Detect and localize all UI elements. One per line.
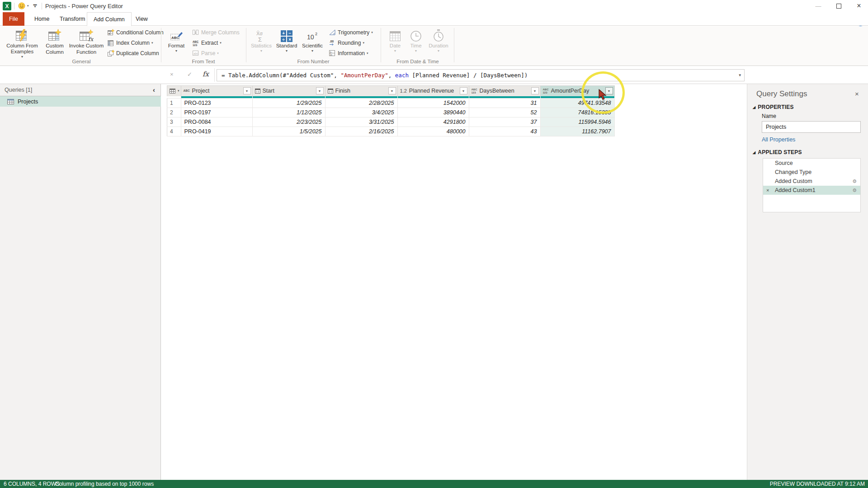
dropdown-caret-icon: ▼ <box>394 49 397 53</box>
format-button[interactable]: ABC Format ▼ <box>165 27 188 59</box>
cell-finish[interactable]: 3/4/2025 <box>325 108 397 117</box>
step-added-custom1[interactable]: × Added Custom1 ⚙ <box>763 186 860 195</box>
svg-text:ABC: ABC <box>193 40 199 43</box>
filter-dropdown-button[interactable]: ▼ <box>605 87 613 94</box>
cell-start[interactable]: 2/23/2025 <box>252 117 325 127</box>
filter-dropdown-button[interactable]: ▼ <box>243 87 251 94</box>
column-header-daysbetween[interactable]: ABC123 DaysBetween ▼ <box>469 86 540 96</box>
column-header-start[interactable]: Start ▼ <box>252 86 325 96</box>
step-label: Added Custom1 <box>775 187 816 193</box>
extract-button[interactable]: ABC 123 Extract ▾ <box>192 38 222 47</box>
cell-planned-revenue[interactable]: 4291800 <box>397 117 469 127</box>
cell-project[interactable]: PRO-0197 <box>181 108 252 117</box>
duration-label: Duration <box>429 43 448 49</box>
column-header-amountperday[interactable]: ABC123 AmountPerDay ▼ <box>540 86 614 96</box>
tab-home[interactable]: Home <box>28 12 56 26</box>
column-header-project[interactable]: ABC Project ▼ <box>181 86 252 96</box>
filter-dropdown-button[interactable]: ▼ <box>316 87 324 94</box>
svg-text:123: 123 <box>193 44 198 47</box>
trigonometry-button[interactable]: Trigonometry ▾ <box>328 28 373 37</box>
dropdown-caret-icon: ▾ <box>363 41 364 45</box>
cell-start[interactable]: 1/5/2025 <box>252 127 325 136</box>
minimize-button[interactable]: — <box>811 1 825 10</box>
smiley-dropdown-caret[interactable]: ▾ <box>27 4 29 8</box>
conditional-column-button[interactable]: ≠ Conditional Column <box>107 28 164 37</box>
information-button[interactable]: 1− 3+ Information ▾ <box>328 48 368 58</box>
cell-finish[interactable]: 2/16/2025 <box>325 127 397 136</box>
step-delete-icon[interactable]: × <box>766 188 769 193</box>
cell-start[interactable]: 1/29/2025 <box>252 99 325 108</box>
formula-expand-caret[interactable]: ▼ <box>739 70 741 81</box>
close-query-settings-button[interactable]: × <box>855 90 859 98</box>
standard-button[interactable]: + − ÷ × Standard ▼ <box>275 27 298 59</box>
group-separator <box>161 28 161 62</box>
filter-dropdown-button[interactable]: ▼ <box>531 87 539 94</box>
all-properties-link[interactable]: All Properties <box>762 136 795 143</box>
step-source[interactable]: Source <box>763 159 860 168</box>
rounding-button[interactable]: .00 Rounding ▾ <box>328 38 364 47</box>
select-all-corner[interactable]: ▾ <box>167 86 181 96</box>
dropdown-caret-icon: ▼ <box>437 49 440 53</box>
step-changed-type[interactable]: Changed Type <box>763 168 860 177</box>
feedback-smiley-icon[interactable] <box>18 2 25 9</box>
information-label: Information <box>338 50 365 56</box>
row-number[interactable]: 2 <box>167 108 181 117</box>
invoke-custom-function-button[interactable]: fx Invoke Custom Function <box>69 27 104 59</box>
cell-planned-revenue[interactable]: 3890440 <box>397 108 469 117</box>
formula-text: , <box>388 72 395 79</box>
row-number[interactable]: 1 <box>167 99 181 108</box>
scientific-button[interactable]: 10 2 Scientific ▼ <box>300 27 325 59</box>
any-type-icon: ABC123 <box>472 88 477 94</box>
tab-transform[interactable]: Transform <box>53 12 92 26</box>
tab-view[interactable]: View <box>129 12 154 26</box>
step-settings-gear-icon[interactable]: ⚙ <box>852 188 857 193</box>
cell-finish[interactable]: 3/31/2025 <box>325 117 397 127</box>
filter-dropdown-button[interactable]: ▼ <box>460 87 467 94</box>
statistics-label: Statistics <box>251 43 272 49</box>
applied-steps-label: APPLIED STEPS <box>758 149 802 155</box>
tab-add-column[interactable]: Add Column <box>87 12 132 26</box>
tab-file[interactable]: File <box>3 12 24 26</box>
column-header-finish[interactable]: Finish ▼ <box>325 86 397 96</box>
row-number[interactable]: 3 <box>167 117 181 127</box>
cell-amountperday[interactable]: 11162.7907 <box>540 127 614 136</box>
step-added-custom[interactable]: Added Custom ⚙ <box>763 177 860 186</box>
custom-column-button[interactable]: Custom Column <box>42 27 68 59</box>
applied-steps-section-header[interactable]: ◢ APPLIED STEPS <box>753 149 802 155</box>
column-header-planned-revenue[interactable]: 1.2 Planned Revenue ▼ <box>397 86 469 96</box>
collapse-queries-pane-button[interactable]: ‹ <box>153 86 155 94</box>
query-settings-title: Query Settings <box>756 89 807 99</box>
cell-project[interactable]: PRO-0123 <box>181 99 252 108</box>
cell-daysbetween[interactable]: 43 <box>469 127 540 136</box>
filter-dropdown-button[interactable]: ▼ <box>388 87 396 94</box>
maximize-button[interactable] <box>832 1 845 10</box>
cell-amountperday[interactable]: 49741.93548 <box>540 99 614 108</box>
properties-section-header[interactable]: ◢ PROPERTIES <box>753 104 794 110</box>
query-name-input[interactable] <box>762 121 861 133</box>
index-column-button[interactable]: 123 Index Column ▾ <box>107 38 153 47</box>
cell-daysbetween[interactable]: 31 <box>469 99 540 108</box>
column-from-examples-button[interactable]: Column From Examples ▼ <box>5 27 40 59</box>
cell-project[interactable]: PRO-0084 <box>181 117 252 127</box>
duplicate-column-button[interactable]: Duplicate Column <box>107 48 159 58</box>
cell-planned-revenue[interactable]: 480000 <box>397 127 469 136</box>
query-item-projects[interactable]: Projects <box>0 96 161 107</box>
cell-project[interactable]: PRO-0419 <box>181 127 252 136</box>
step-settings-gear-icon[interactable]: ⚙ <box>852 178 857 184</box>
close-button[interactable]: × <box>852 1 866 10</box>
formula-accept-button[interactable]: ✓ <box>187 71 192 78</box>
cell-planned-revenue[interactable]: 1542000 <box>397 99 469 108</box>
group-label-general: General <box>4 59 159 64</box>
formula-cancel-button[interactable]: × <box>170 71 174 78</box>
trigonometry-label: Trigonometry <box>338 29 369 36</box>
cell-amountperday[interactable]: 115994.5946 <box>540 117 614 127</box>
cell-start[interactable]: 1/12/2025 <box>252 108 325 117</box>
quick-access-toolbar-icon[interactable]: ▬▾ <box>33 3 38 9</box>
cell-finish[interactable]: 2/28/2025 <box>325 99 397 108</box>
row-number[interactable]: 4 <box>167 127 181 136</box>
date-type-icon <box>328 89 333 94</box>
cell-amountperday[interactable]: 74816.15385 <box>540 108 614 117</box>
cell-daysbetween[interactable]: 52 <box>469 108 540 117</box>
cell-daysbetween[interactable]: 37 <box>469 117 540 127</box>
formula-input[interactable]: = Table.AddColumn(#"Added Custom", "Amou… <box>217 69 745 81</box>
